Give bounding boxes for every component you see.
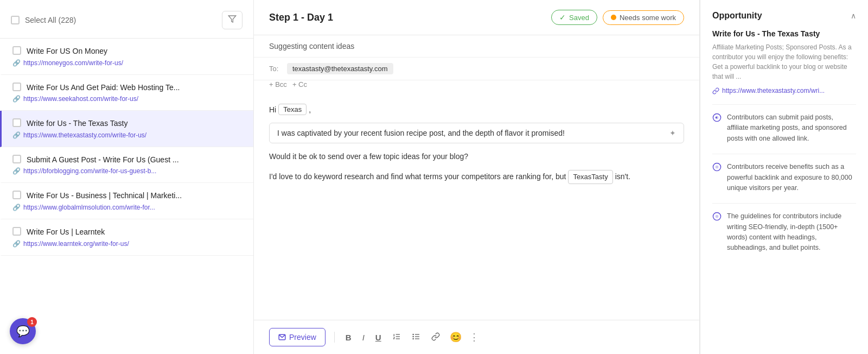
emoji-button[interactable]: 😊 — [449, 331, 463, 343]
item-link[interactable]: 🔗 https://www.thetexastasty.com/write-fo… — [12, 131, 242, 139]
item-link[interactable]: 🔗 https://moneygos.com/write-for-us/ — [12, 59, 242, 67]
opp-link[interactable]: https://www.thetexastasty.com/wri... — [712, 87, 856, 94]
benefit-text-1: Contributors can submit paid posts, affi… — [727, 112, 856, 144]
item-checkbox[interactable] — [12, 227, 21, 236]
benefit-item-3: The guidelines for contributors include … — [712, 211, 856, 254]
ordered-list-icon — [392, 332, 401, 341]
item-checkbox[interactable] — [12, 46, 21, 55]
item-checkbox[interactable] — [12, 118, 21, 127]
chat-bubble[interactable]: 💬 1 — [10, 318, 36, 344]
email-section: Suggesting content ideas To: texastasty@… — [254, 35, 699, 354]
list-item[interactable]: Write for Us - The Texas Tasty 🔗 https:/… — [0, 111, 253, 147]
unordered-list-button[interactable] — [410, 331, 423, 344]
captivated-text: I was captivated by your recent fusion r… — [277, 129, 565, 137]
item-url: https://www.thetexastasty.com/write-for-… — [23, 131, 146, 139]
item-title: Write For Us - Business | Technical | Ma… — [27, 191, 182, 201]
captivated-box[interactable]: I was captivated by your recent fusion r… — [269, 123, 684, 143]
divider-1 — [712, 104, 856, 105]
item-url: https://bforblogging.com/write-for-us-gu… — [23, 167, 156, 175]
link-icon: 🔗 — [12, 131, 21, 139]
benefit-item-1: Contributors can submit paid posts, affi… — [712, 112, 856, 144]
item-url: https://www.seekahost.com/write-for-us/ — [23, 95, 138, 103]
item-title: Write For Us And Get Paid: Web Hosting T… — [27, 83, 180, 93]
list-item[interactable]: Write For Us | Learntek 🔗 https://www.le… — [0, 219, 253, 256]
underline-button[interactable]: U — [373, 332, 384, 343]
select-all-checkbox[interactable] — [11, 16, 20, 24]
email-toolbar: Preview B I U — [254, 320, 699, 354]
hi-text: Hi — [269, 105, 276, 114]
link-icon-small — [712, 87, 719, 94]
loved-line: I'd love to do keyword research and find… — [269, 170, 684, 184]
item-checkbox[interactable] — [12, 191, 21, 199]
item-checkbox[interactable] — [12, 155, 21, 163]
benefit-icon-2 — [712, 162, 722, 174]
middle-panel: Step 1 - Day 1 ✓ Saved Needs some work S… — [254, 0, 700, 354]
benefit-item-2: Contributors receive benefits such as a … — [712, 162, 856, 193]
svg-point-12 — [716, 116, 718, 118]
hi-line: Hi Texas , — [269, 104, 684, 115]
bcc-cc-row: + Bcc + Cc — [254, 80, 699, 94]
preview-button[interactable]: Preview — [269, 328, 326, 346]
svg-point-16 — [716, 216, 718, 218]
item-url: https://moneygos.com/write-for-us/ — [23, 59, 123, 67]
link-icon: 🔗 — [12, 204, 21, 211]
item-title: Write For US On Money — [27, 46, 107, 57]
item-header: Write For Us And Get Paid: Web Hosting T… — [12, 83, 242, 93]
item-checkbox[interactable] — [12, 83, 21, 91]
item-link[interactable]: 🔗 https://www.globalmlmsolution.com/writ… — [12, 204, 242, 211]
bcc-link[interactable]: + Bcc — [269, 80, 287, 88]
item-title: Write for Us - The Texas Tasty — [27, 118, 127, 129]
list-item[interactable]: Submit A Guest Post - Write For Us (Gues… — [0, 147, 253, 184]
toolbar-separator — [334, 332, 335, 343]
opp-name: Write for Us - The Texas Tasty — [712, 29, 856, 38]
list-container: Write For US On Money 🔗 https://moneygos… — [0, 39, 253, 354]
item-link[interactable]: 🔗 https://www.seekahost.com/write-for-us… — [12, 95, 242, 103]
to-email-chip[interactable]: texastasty@thetexastasty.com — [287, 63, 393, 74]
bold-button[interactable]: B — [343, 332, 354, 343]
texas-tasty-chip[interactable]: TexasTasty — [568, 170, 612, 184]
needs-work-badge: Needs some work — [603, 10, 684, 25]
chat-icon: 💬 — [16, 325, 30, 338]
link-icon: 🔗 — [12, 59, 21, 67]
select-all-label[interactable]: Select All (228) — [11, 16, 76, 24]
check-icon: ✓ — [559, 13, 566, 22]
benefit-icon-3 — [712, 212, 722, 223]
opp-description: Affiliate Marketing Posts; Sponsored Pos… — [712, 42, 856, 81]
filter-button[interactable] — [222, 11, 242, 29]
to-label: To: — [269, 65, 283, 73]
item-url: https://www.globalmlmsolution.com/write-… — [23, 204, 155, 211]
item-header: Write For Us - Business | Technical | Ma… — [12, 191, 242, 201]
more-button[interactable]: ⋮ — [469, 331, 480, 343]
benefit-circle-icon-3 — [712, 212, 722, 221]
envelope-icon — [278, 333, 286, 341]
benefit-text-2: Contributors receive benefits such as a … — [727, 162, 856, 193]
list-item[interactable]: Write For Us - Business | Technical | Ma… — [0, 183, 253, 219]
left-header: Select All (228) — [0, 0, 253, 39]
item-title: Submit A Guest Post - Write For Us (Gues… — [27, 155, 179, 166]
item-link[interactable]: 🔗 https://www.learntek.org/write-for-us/ — [12, 240, 242, 248]
list-item[interactable]: Write For US On Money 🔗 https://moneygos… — [0, 39, 253, 75]
link-icon: 🔗 — [12, 167, 21, 175]
unordered-list-icon — [412, 332, 420, 341]
benefit-text-3: The guidelines for contributors include … — [727, 211, 856, 254]
link-button[interactable] — [429, 331, 442, 344]
middle-header: Step 1 - Day 1 ✓ Saved Needs some work — [254, 0, 699, 35]
chevron-up-icon[interactable]: ∧ — [851, 11, 856, 20]
left-panel: Select All (228) Write For US On Money 🔗… — [0, 0, 254, 354]
svg-point-8 — [413, 334, 413, 334]
notification-badge: 1 — [27, 317, 37, 327]
italic-button[interactable]: I — [360, 332, 367, 343]
cc-link[interactable]: + Cc — [292, 80, 307, 88]
texas-chip[interactable]: Texas — [278, 104, 307, 115]
list-item[interactable]: Write For Us And Get Paid: Web Hosting T… — [0, 75, 253, 111]
item-link[interactable]: 🔗 https://bforblogging.com/write-for-us-… — [12, 167, 242, 175]
ordered-list-button[interactable] — [390, 331, 403, 344]
email-body: Hi Texas , I was captivated by your rece… — [254, 94, 699, 320]
divider-2 — [712, 154, 856, 154]
saved-badge: ✓ Saved — [551, 10, 597, 25]
link-icon: 🔗 — [12, 240, 21, 248]
svg-point-10 — [413, 338, 413, 339]
item-header: Write For Us | Learntek — [12, 227, 242, 238]
opportunity-title: Opportunity — [712, 11, 762, 21]
benefit-icon-1 — [712, 113, 722, 124]
